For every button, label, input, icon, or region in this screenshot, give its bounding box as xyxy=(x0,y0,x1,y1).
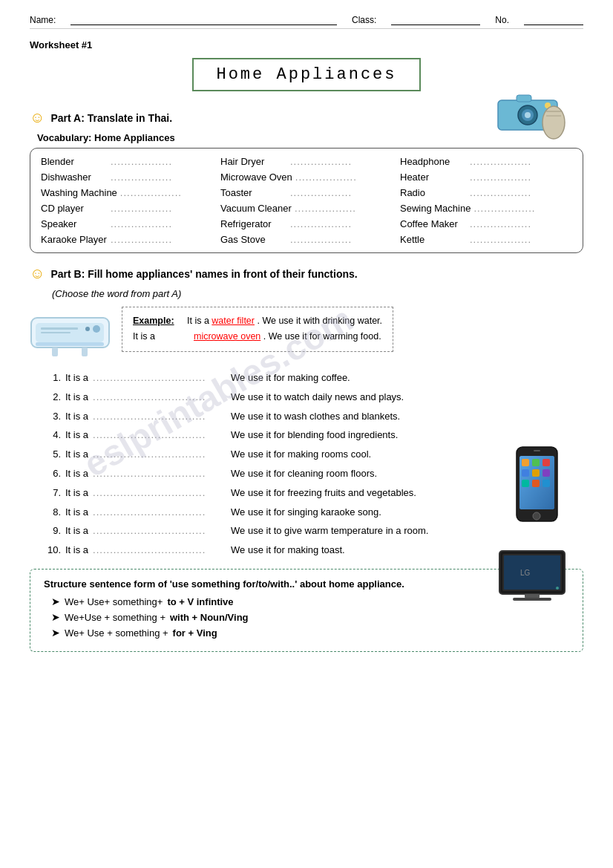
exercise-item-8: 8. It is a .............................… xyxy=(45,505,583,521)
vocab-item-kettle: Kettle .................. xyxy=(400,234,572,245)
class-label: Class: xyxy=(352,15,376,25)
svg-rect-17 xyxy=(82,347,88,356)
vocab-item-blender: Blender .................. xyxy=(41,156,213,167)
no-label: No. xyxy=(495,15,509,25)
svg-rect-25 xyxy=(532,469,540,477)
svg-rect-26 xyxy=(542,469,550,477)
name-field[interactable] xyxy=(71,15,337,25)
svg-point-12 xyxy=(93,325,100,333)
svg-rect-31 xyxy=(534,450,540,451)
exercise-item-2: 2. It is a .............................… xyxy=(45,390,583,405)
exercise-item-7: 7. It is a .............................… xyxy=(45,486,583,501)
vocab-item-hairdryer: Hair Dryer .................. xyxy=(220,156,393,167)
exercise-list: 1. It is a .............................… xyxy=(45,371,583,558)
svg-point-13 xyxy=(85,327,90,331)
svg-rect-24 xyxy=(522,469,529,477)
vocab-item-gasstove: Gas Stove .................. xyxy=(220,234,393,245)
page-title: Home Appliances xyxy=(192,58,420,91)
svg-rect-23 xyxy=(542,459,550,466)
svg-rect-11 xyxy=(36,342,104,346)
worksheet-label: Worksheet #1 xyxy=(30,39,583,50)
example-text1-post: . We use it with drinking water. xyxy=(257,316,382,326)
svg-rect-14 xyxy=(41,327,78,330)
part-a-title: Part A: Translate in Thai. xyxy=(50,112,172,124)
example-section: Example: It is a water filter . We use i… xyxy=(30,307,583,359)
ac-image xyxy=(30,307,111,359)
example-red2: microwave oven xyxy=(194,331,260,342)
exercise-item-9: 9. It is a .............................… xyxy=(45,523,583,539)
vocab-item-washingmachine: Washing Machine .................. xyxy=(41,187,213,198)
structure-title: Structure sentence form of 'use somethin… xyxy=(44,578,569,590)
vocab-item-refrigerator: Refrigerator .................. xyxy=(220,218,393,229)
vocab-item-vacuumcleaner: Vacuum Cleaner .................. xyxy=(220,203,393,214)
svg-rect-4 xyxy=(517,95,531,102)
monitor-decoration: LG xyxy=(498,549,565,601)
example-red1: water filter xyxy=(212,316,255,326)
phone-decoration xyxy=(513,446,561,520)
arrow-icon-3: ➤ xyxy=(51,627,60,639)
vocab-item-toaster: Toaster .................. xyxy=(220,187,393,198)
no-field[interactable] xyxy=(524,15,583,25)
example-text1-pre: It is a xyxy=(187,316,212,326)
smiley-icon-a: ☺ xyxy=(30,109,45,126)
name-label: Name: xyxy=(30,15,56,25)
svg-rect-27 xyxy=(522,480,529,487)
header-fields: Name: Class: No. xyxy=(30,15,583,29)
exercise-item-6: 6. It is a .............................… xyxy=(45,466,583,482)
camera-decoration xyxy=(494,89,561,136)
vocab-item-speaker: Speaker .................. xyxy=(41,218,213,229)
svg-rect-16 xyxy=(52,347,58,356)
svg-point-38 xyxy=(556,587,559,590)
svg-text:LG: LG xyxy=(520,569,531,577)
vocab-item-cdplayer: CD player .................. xyxy=(41,203,213,214)
example-label: Example: xyxy=(133,316,174,326)
vocab-item-sewingmachine: Sewing Machine .................. xyxy=(400,203,572,214)
vocab-grid: Blender .................. Hair Dryer ..… xyxy=(41,156,572,245)
exercise-item-1: 1. It is a .............................… xyxy=(45,371,583,386)
structure-item-1: ➤ We+ Use+ something+ to + V infintive xyxy=(51,595,569,607)
exercise-item-4: 4. It is a .............................… xyxy=(45,428,583,443)
exercise-item-3: 3. It is a .............................… xyxy=(45,409,583,425)
svg-rect-15 xyxy=(41,332,71,333)
smiley-icon-b: ☺ xyxy=(30,265,45,282)
svg-rect-21 xyxy=(522,459,529,466)
vocab-item-karaoke: Karaoke Player .................. xyxy=(41,234,213,245)
part-b-header: ☺ Part B: Fill home appliances' names in… xyxy=(30,265,583,282)
part-b-subtitle: (Choose the word from part A) xyxy=(52,288,583,299)
vocab-item-dishwasher: Dishwasher .................. xyxy=(41,172,213,183)
example-text2-pre: It is a xyxy=(133,331,155,342)
structure-items: ➤ We+ Use+ something+ to + V infintive ➤… xyxy=(44,595,569,639)
svg-rect-28 xyxy=(532,480,540,487)
structure-item-3: ➤ We+ Use + something + for + Ving xyxy=(51,627,569,639)
arrow-icon-1: ➤ xyxy=(51,595,60,607)
class-field[interactable] xyxy=(391,15,480,25)
example-box: Example: It is a water filter . We use i… xyxy=(122,307,393,352)
svg-rect-34 xyxy=(504,555,560,590)
vocab-item-headphone: Headphone .................. xyxy=(400,156,572,167)
svg-rect-36 xyxy=(525,594,540,598)
svg-rect-37 xyxy=(513,598,551,601)
svg-rect-29 xyxy=(542,480,550,487)
vocab-item-heater: Heater .................. xyxy=(400,172,572,183)
example-text2-post: . We use it for warming food. xyxy=(263,331,381,342)
structure-item-2: ➤ We+Use + something + with + Noun/Ving xyxy=(51,611,569,623)
part-b-title: Part B: Fill home appliances' names in f… xyxy=(50,268,357,280)
svg-point-30 xyxy=(533,512,540,520)
vocab-item-microwave: Microwave Oven .................. xyxy=(220,172,393,183)
svg-rect-22 xyxy=(532,459,540,466)
vocab-box: Blender .................. Hair Dryer ..… xyxy=(30,148,583,253)
svg-point-3 xyxy=(525,112,531,118)
vocab-item-coffeemaker: Coffee Maker .................. xyxy=(400,218,572,229)
exercise-item-5: 5. It is a .............................… xyxy=(45,447,583,463)
arrow-icon-2: ➤ xyxy=(51,611,60,623)
vocab-item-radio: Radio .................. xyxy=(400,187,572,198)
